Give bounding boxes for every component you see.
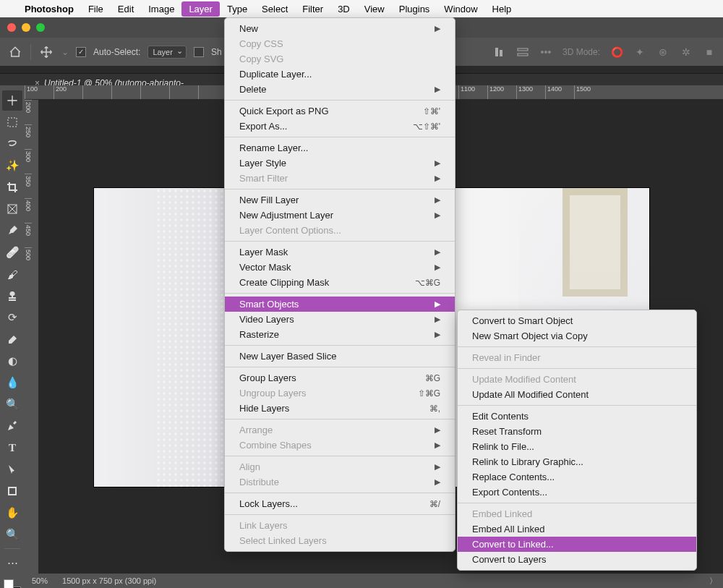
eraser-tool[interactable] [2, 329, 22, 349]
zoom-level[interactable]: 50% [32, 576, 48, 585]
move-tool-icon[interactable] [38, 44, 54, 60]
layer-menu-item-create-clipping-mask[interactable]: Create Clipping Mask⌥⌘G [225, 275, 455, 290]
lasso-tool[interactable] [2, 134, 22, 154]
layer-menu-item-distribute: Distribute▶ [225, 474, 455, 490]
scale3d-icon[interactable]: ✲ [680, 46, 693, 59]
smart-objects-item-relink-to-file-[interactable]: Relink to File... [458, 439, 696, 454]
mac-menubar: Photoshop File Edit Image Layer Type Sel… [0, 0, 723, 17]
menu-file[interactable]: File [81, 1, 111, 17]
smart-objects-item-convert-to-smart-object[interactable]: Convert to Smart Object [458, 313, 696, 328]
distribute-icon[interactable] [516, 46, 529, 59]
smart-objects-item-relink-to-library-graphic-[interactable]: Relink to Library Graphic... [458, 454, 696, 469]
layer-menu-item-vector-mask[interactable]: Vector Mask▶ [225, 260, 455, 275]
healing-tool[interactable]: 🩹 [2, 242, 22, 263]
smart-objects-item-update-modified-content: Update Modified Content [458, 372, 696, 387]
show-checkbox[interactable] [194, 47, 204, 57]
autoselect-checkbox[interactable]: ✓ [76, 47, 86, 57]
stamp-tool[interactable] [2, 286, 22, 306]
layer-menu-item-layer-content-options-: Layer Content Options... [225, 223, 455, 238]
layer-menu-item-arrange: Arrange▶ [225, 422, 455, 438]
ruler-vertical[interactable]: 200250300350400450500 [25, 100, 39, 574]
home-icon[interactable] [7, 44, 23, 60]
smart-objects-item-reset-transform[interactable]: Reset Transform [458, 424, 696, 439]
status-chevron-icon[interactable]: 〉 [709, 576, 717, 587]
marquee-tool[interactable] [2, 112, 22, 132]
menu-window[interactable]: Window [437, 1, 484, 17]
layer-menu-item-select-linked-layers: Select Linked Layers [225, 533, 455, 548]
close-window-button[interactable] [7, 23, 16, 32]
menu-type[interactable]: Type [220, 1, 254, 17]
camera-icon[interactable]: ■ [703, 46, 716, 59]
orbit-icon[interactable]: ⭕ [610, 46, 623, 59]
smart-objects-item-new-smart-object-via-copy[interactable]: New Smart Object via Copy [458, 328, 696, 344]
dodge-tool[interactable]: 🔍 [2, 394, 22, 414]
autoselect-dropdown[interactable]: Layer [147, 46, 187, 59]
pan-icon[interactable]: ✦ [633, 46, 646, 59]
pen-tool[interactable] [2, 416, 22, 436]
smart-objects-item-embed-all-linked[interactable]: Embed All Linked [458, 521, 696, 537]
layer-menu-item-layer-style[interactable]: Layer Style▶ [225, 155, 455, 171]
brush-tool[interactable]: 🖌 [2, 264, 22, 284]
status-bar: 50% 1500 px x 750 px (300 ppi) 〉 [25, 574, 723, 588]
smart-objects-item-update-all-modified-content[interactable]: Update All Modified Content [458, 387, 696, 402]
layer-menu-item-new[interactable]: New▶ [225, 21, 455, 36]
smart-objects-item-replace-contents-[interactable]: Replace Contents... [458, 469, 696, 485]
layer-menu-item-group-layers[interactable]: Group Layers⌘G [225, 370, 455, 385]
move-tool[interactable] [2, 90, 22, 111]
layer-menu-item-ungroup-layers: Ungroup Layers⇧⌘G [225, 385, 455, 401]
menu-select[interactable]: Select [254, 1, 295, 17]
smart-objects-item-export-contents-[interactable]: Export Contents... [458, 485, 696, 500]
layer-menu-item-quick-export-as-png[interactable]: Quick Export as PNG⇧⌘' [225, 103, 455, 119]
layer-menu-item-lock-layers-[interactable]: Lock Layers...⌘/ [225, 496, 455, 511]
layer-menu-item-export-as-[interactable]: Export As...⌥⇧⌘' [225, 119, 455, 134]
edit-toolbar-icon[interactable]: ⋯ [2, 553, 22, 573]
layer-menu-item-rename-layer-[interactable]: Rename Layer... [225, 140, 455, 155]
menu-image[interactable]: Image [141, 1, 181, 17]
menu-help[interactable]: Help [485, 1, 519, 17]
layer-menu-item-new-fill-layer[interactable]: New Fill Layer▶ [225, 192, 455, 208]
maximize-window-button[interactable] [36, 23, 45, 32]
history-brush-tool[interactable]: ⟳ [2, 307, 22, 328]
crop-tool[interactable] [2, 177, 22, 197]
smart-objects-item-convert-to-linked-[interactable]: Convert to Linked... [458, 537, 696, 552]
more-icon[interactable]: ••• [539, 46, 552, 59]
zoom-tool[interactable]: 🔍 [2, 524, 22, 545]
layer-menu-item-new-layer-based-slice[interactable]: New Layer Based Slice [225, 349, 455, 364]
layer-menu-item-duplicate-layer-[interactable]: Duplicate Layer... [225, 67, 455, 82]
app-menu[interactable]: Photoshop [17, 1, 81, 17]
gradient-tool[interactable]: ◐ [2, 351, 22, 371]
layer-menu-item-video-layers[interactable]: Video Layers▶ [225, 312, 455, 327]
menu-view[interactable]: View [357, 1, 392, 17]
wand-tool[interactable]: ✨ [2, 155, 22, 176]
align-icon[interactable] [493, 46, 506, 59]
layer-menu-item-smart-objects[interactable]: Smart Objects▶ [225, 297, 455, 312]
frame-tool[interactable] [2, 199, 22, 219]
layer-menu-item-layer-mask[interactable]: Layer Mask▶ [225, 244, 455, 260]
layer-menu-item-copy-svg: Copy SVG [225, 51, 455, 67]
layer-menu-item-delete[interactable]: Delete▶ [225, 82, 455, 97]
rotate3d-icon[interactable]: ⊛ [656, 46, 669, 59]
path-tool[interactable] [2, 459, 22, 480]
foreground-color[interactable] [4, 579, 14, 588]
menu-edit[interactable]: Edit [111, 1, 141, 17]
layer-menu-dropdown: New▶Copy CSSCopy SVGDuplicate Layer...De… [224, 17, 455, 552]
minimize-window-button[interactable] [22, 23, 30, 32]
layer-menu-item-rasterize[interactable]: Rasterize▶ [225, 327, 455, 342]
layer-menu-item-combine-shapes: Combine Shapes▶ [225, 438, 455, 453]
layer-menu-item-new-adjustment-layer[interactable]: New Adjustment Layer▶ [225, 208, 455, 223]
menu-3d[interactable]: 3D [330, 1, 357, 17]
menu-filter[interactable]: Filter [295, 1, 330, 17]
menu-plugins[interactable]: Plugins [392, 1, 437, 17]
menu-layer[interactable]: Layer [181, 1, 220, 17]
svg-rect-6 [9, 487, 16, 495]
color-swatches[interactable] [4, 579, 21, 588]
eyedropper-tool[interactable] [2, 221, 22, 241]
document-dimensions[interactable]: 1500 px x 750 px (300 ppi) [62, 576, 156, 585]
hand-tool[interactable]: ✋ [2, 503, 22, 523]
shape-tool[interactable] [2, 481, 22, 501]
blur-tool[interactable]: 💧 [2, 372, 22, 393]
layer-menu-item-hide-layers[interactable]: Hide Layers⌘, [225, 401, 455, 416]
type-tool[interactable]: T [2, 438, 22, 458]
smart-objects-item-edit-contents[interactable]: Edit Contents [458, 409, 696, 424]
smart-objects-item-convert-to-layers[interactable]: Convert to Layers [458, 552, 696, 567]
